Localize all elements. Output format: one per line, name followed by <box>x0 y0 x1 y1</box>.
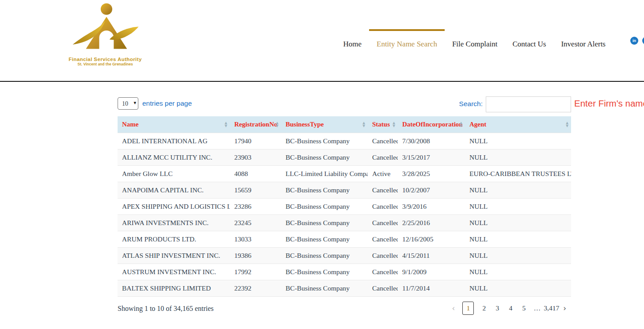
cell-dateofincorporation: 7/30/2008 <box>398 133 465 149</box>
brand-name: Financial Services Authority <box>65 57 145 62</box>
column-header-registrationno[interactable]: RegistrationNo▲▼ <box>230 116 281 133</box>
search-label: Search: <box>459 100 483 108</box>
cell-name: ATLAS SHIP INVESTMENT INC. <box>118 247 230 264</box>
page-size-control: 10 ▾ entries per page <box>118 97 192 110</box>
table-row: ARIWA INVESTMENTS INC.23245BC-Business C… <box>118 214 571 231</box>
cell-dateofincorporation: 12/16/2005 <box>398 231 465 247</box>
social-links: in f <box>630 37 644 45</box>
cell-dateofincorporation: 3/28/2025 <box>398 165 465 182</box>
sort-arrows-icon: ▲▼ <box>225 121 227 127</box>
cell-dateofincorporation: 2/25/2016 <box>398 214 465 231</box>
main-nav: HomeEntity Name SearchFile ComplaintCont… <box>335 29 613 51</box>
cell-registrationno: 23245 <box>230 214 281 231</box>
cell-agent: NULL <box>465 247 571 264</box>
cell-registrationno: 17940 <box>230 133 281 149</box>
pagination: ‹12345…3,417› <box>448 302 571 315</box>
cell-name: APEX SHIPPING AND LOGISTICS LTD. <box>118 198 230 214</box>
pagination-page-4[interactable]: 4 <box>504 302 517 315</box>
cell-registrationno: 23286 <box>230 198 281 214</box>
column-label: Agent <box>469 121 486 128</box>
column-label: RegistrationNo <box>234 121 278 128</box>
cell-name: ANAPOIMA CAPITAL INC. <box>118 182 230 198</box>
cell-registrationno: 23903 <box>230 149 281 165</box>
linkedin-icon[interactable]: in <box>630 37 638 45</box>
column-label: Status <box>372 121 390 128</box>
sort-arrows-icon: ▲▼ <box>566 121 568 127</box>
pagination-prev-button[interactable]: ‹ <box>448 302 459 314</box>
cell-agent: NULL <box>465 231 571 247</box>
cell-agent: NULL <box>465 214 571 231</box>
table-row: ANAPOIMA CAPITAL INC.15659BC-Business Co… <box>118 182 571 198</box>
sort-arrows-icon: ▲▼ <box>460 121 462 127</box>
cell-name: Amber Glow LLC <box>118 165 230 182</box>
cell-name: AUSTRUM INVESTMENT INC. <box>118 264 230 280</box>
cell-name: ALLIANZ MCC UTILITY INC. <box>118 149 230 165</box>
cell-businesstype: BC-Business Company <box>281 182 368 198</box>
cell-status: Cancelled <box>368 231 398 247</box>
site-header: Financial Services Authority St. Vincent… <box>0 0 644 82</box>
column-header-businesstype[interactable]: BusinessType▲▼ <box>281 116 368 133</box>
pagination-page-3417[interactable]: 3,417 <box>544 302 559 315</box>
cell-status: Cancelled <box>368 247 398 264</box>
column-header-dateofincorporation[interactable]: DateOfIncorporation▲▼ <box>398 116 465 133</box>
cell-dateofincorporation: 3/9/2016 <box>398 198 465 214</box>
column-header-name[interactable]: Name▲▼ <box>118 116 230 133</box>
pagination-next-button[interactable]: › <box>559 302 570 314</box>
cell-status: Cancelled <box>368 182 398 198</box>
entity-search-content: 10 ▾ entries per page Search: Enter Firm… <box>118 83 571 322</box>
cell-registrationno: 19386 <box>230 247 281 264</box>
cell-businesstype: BC-Business Company <box>281 280 368 296</box>
cell-agent: NULL <box>465 280 571 296</box>
search-placeholder-text: Enter Firm's name or Reg. No. <box>574 98 623 109</box>
cell-agent: NULL <box>465 264 571 280</box>
cell-status: Cancelled <box>368 280 398 296</box>
sort-arrows-icon: ▲▼ <box>276 121 278 127</box>
cell-registrationno: 4088 <box>230 165 281 182</box>
cell-dateofincorporation: 10/2/2007 <box>398 182 465 198</box>
page-size-select[interactable]: 10 <box>118 97 138 110</box>
nav-item-investor-alerts[interactable]: Investor Alerts <box>553 29 613 51</box>
table-row: BALTEX SHIPPING LIMITED22392BC-Business … <box>118 280 571 296</box>
nav-item-file-complaint[interactable]: File Complaint <box>445 29 505 51</box>
nav-item-entity-name-search[interactable]: Entity Name Search <box>369 29 445 51</box>
search-input[interactable] <box>486 96 571 112</box>
cell-businesstype: BC-Business Company <box>281 149 368 165</box>
column-header-agent[interactable]: Agent▲▼ <box>465 116 571 133</box>
cell-agent: NULL <box>465 198 571 214</box>
cell-status: Cancelled <box>368 214 398 231</box>
cell-businesstype: BC-Business Company <box>281 198 368 214</box>
brand-logo[interactable]: Financial Services Authority St. Vincent… <box>65 3 145 66</box>
cell-status: Cancelled <box>368 133 398 149</box>
cell-dateofincorporation: 4/15/2011 <box>398 247 465 264</box>
table-row: ALLIANZ MCC UTILITY INC.23903BC-Business… <box>118 149 571 165</box>
cell-registrationno: 15659 <box>230 182 281 198</box>
facebook-icon[interactable]: f <box>642 37 644 45</box>
pagination-page-2[interactable]: 2 <box>477 302 491 315</box>
column-label: Name <box>122 121 139 128</box>
column-header-status[interactable]: Status▲▼ <box>368 116 398 133</box>
cell-dateofincorporation: 11/7/2014 <box>398 280 465 296</box>
table-row: ARUM PRODUCTS LTD.13033BC-Business Compa… <box>118 231 571 247</box>
cell-name: BALTEX SHIPPING LIMITED <box>118 280 230 296</box>
entries-per-page-label: entries per page <box>142 99 192 107</box>
pagination-ellipsis: … <box>530 302 544 315</box>
cell-registrationno: 17992 <box>230 264 281 280</box>
cell-status: Cancelled <box>368 264 398 280</box>
cell-agent: NULL <box>465 133 571 149</box>
cell-businesstype: BC-Business Company <box>281 214 368 231</box>
cell-dateofincorporation: 9/1/2009 <box>398 264 465 280</box>
pagination-page-1[interactable]: 1 <box>462 302 474 315</box>
column-label: DateOfIncorporation <box>402 121 463 128</box>
table-row: APEX SHIPPING AND LOGISTICS LTD.23286BC-… <box>118 198 571 214</box>
cell-name: ADEL INTERNATIONAL AG <box>118 133 230 149</box>
sort-arrows-icon: ▲▼ <box>362 121 365 127</box>
sort-arrows-icon: ▲▼ <box>392 121 395 127</box>
table-row: Amber Glow LLC4088LLC-Limited Liability … <box>118 165 571 182</box>
fsa-logo-icon <box>70 3 141 56</box>
table-row: AUSTRUM INVESTMENT INC.17992BC-Business … <box>118 264 571 280</box>
pagination-page-5[interactable]: 5 <box>517 302 530 315</box>
nav-item-contact-us[interactable]: Contact Us <box>505 29 553 51</box>
pagination-page-3[interactable]: 3 <box>491 302 504 315</box>
nav-item-home[interactable]: Home <box>335 29 369 51</box>
table-footer: Showing 1 to 10 of 34,165 entries ‹12345… <box>118 302 571 322</box>
